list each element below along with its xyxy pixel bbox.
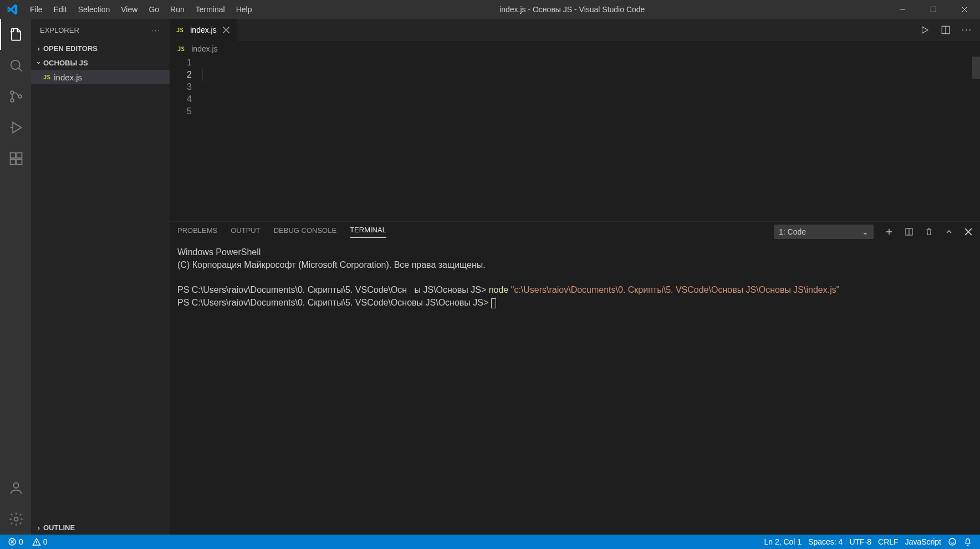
status-indent[interactable]: Spaces: 4 [805, 535, 846, 549]
editor-tabs: JS index.js ··· [170, 19, 980, 41]
menu-selection[interactable]: Selection [73, 0, 116, 19]
maximize-panel-icon[interactable] [945, 227, 953, 236]
bottom-panel: PROBLEMS OUTPUT DEBUG CONSOLE TERMINAL 1… [170, 221, 980, 535]
split-terminal-icon[interactable] [905, 227, 913, 236]
terminal-output[interactable]: Windows PowerShell (C) Корпорация Майкро… [170, 242, 980, 535]
file-tree-item[interactable]: JS index.js [31, 70, 170, 84]
svg-rect-7 [17, 153, 22, 158]
titlebar: File Edit Selection View Go Run Terminal… [0, 0, 980, 19]
svg-point-2 [11, 60, 20, 69]
editor-tab[interactable]: JS index.js [170, 19, 237, 41]
menu-help[interactable]: Help [231, 0, 258, 19]
status-feedback-icon[interactable] [945, 535, 960, 549]
status-bell-icon[interactable] [960, 535, 976, 549]
scrollbar-thumb[interactable] [972, 57, 980, 79]
terminal-cursor [491, 298, 496, 308]
activity-search[interactable] [0, 50, 31, 81]
menubar: File Edit Selection View Go Run Terminal… [24, 0, 257, 19]
svg-rect-1 [931, 7, 936, 12]
vscode-logo-icon [0, 4, 24, 15]
svg-rect-8 [11, 159, 16, 164]
menu-run[interactable]: Run [165, 0, 190, 19]
more-icon[interactable]: ··· [962, 25, 972, 35]
svg-rect-0 [900, 9, 905, 10]
js-file-icon: JS [176, 27, 183, 34]
close-panel-icon[interactable] [964, 228, 972, 236]
svg-rect-6 [11, 153, 16, 158]
status-warnings[interactable]: 0 [29, 535, 51, 549]
svg-point-10 [13, 483, 18, 488]
svg-point-3 [11, 91, 14, 94]
chevron-down-icon: › [35, 58, 43, 67]
svg-point-15 [949, 538, 956, 545]
activity-accounts[interactable] [0, 472, 31, 504]
maximize-button[interactable] [918, 0, 949, 19]
section-open-editors[interactable]: › OPEN EDITORS [31, 41, 170, 55]
code-body[interactable] [202, 57, 980, 221]
status-encoding[interactable]: UTF-8 [846, 535, 875, 549]
panel-tab-debug-console[interactable]: DEBUG CONSOLE [274, 226, 336, 238]
code-editor[interactable]: 1 2 3 4 5 [170, 57, 980, 221]
activity-explorer[interactable] [0, 19, 31, 50]
svg-point-11 [14, 517, 18, 521]
activity-settings[interactable] [0, 504, 31, 535]
menu-file[interactable]: File [24, 0, 48, 19]
js-file-icon: JS [177, 45, 185, 53]
new-terminal-icon[interactable] [885, 227, 894, 236]
chevron-right-icon: › [34, 523, 43, 532]
section-folder[interactable]: › ОСНОВЫ JS [31, 55, 170, 70]
status-errors[interactable]: 0 [4, 535, 27, 549]
panel-tab-problems[interactable]: PROBLEMS [177, 226, 217, 238]
tab-close-icon[interactable] [222, 26, 230, 34]
window-controls [887, 0, 980, 19]
menu-go[interactable]: Go [143, 0, 165, 19]
status-eol[interactable]: CRLF [875, 535, 902, 549]
close-button[interactable] [949, 0, 980, 19]
minimize-button[interactable] [887, 0, 918, 19]
menu-edit[interactable]: Edit [48, 0, 73, 19]
terminal-selector[interactable]: 1: Code ⌄ [774, 225, 874, 239]
activity-extensions[interactable] [0, 143, 31, 174]
status-line-col[interactable]: Ln 2, Col 1 [760, 535, 805, 549]
editor-area: JS index.js ··· JS index.js 1 2 3 4 [170, 19, 980, 535]
kill-terminal-icon[interactable] [925, 227, 933, 236]
status-language[interactable]: JavaScript [902, 535, 945, 549]
window-title: index.js - Основы JS - Visual Studio Cod… [257, 5, 887, 14]
menu-terminal[interactable]: Terminal [190, 0, 231, 19]
activitybar [0, 19, 31, 535]
text-cursor [202, 69, 202, 81]
svg-point-5 [18, 95, 22, 98]
sidebar-more-icon[interactable]: ··· [151, 26, 161, 34]
panel-tab-output[interactable]: OUTPUT [231, 226, 260, 238]
activity-debug[interactable] [0, 112, 31, 143]
split-editor-icon[interactable] [941, 25, 951, 35]
chevron-right-icon: › [34, 44, 43, 53]
menu-view[interactable]: View [115, 0, 143, 19]
run-file-icon[interactable] [920, 25, 930, 35]
panel-tabs: PROBLEMS OUTPUT DEBUG CONSOLE TERMINAL 1… [170, 222, 980, 242]
activity-source-control[interactable] [0, 81, 31, 112]
sidebar-explorer: EXPLORER ··· › OPEN EDITORS › ОСНОВЫ JS … [31, 19, 170, 535]
js-file-icon: JS [43, 74, 50, 81]
svg-rect-9 [17, 159, 22, 164]
line-gutter: 1 2 3 4 5 [170, 57, 202, 221]
panel-tab-terminal[interactable]: TERMINAL [350, 226, 386, 238]
breadcrumb[interactable]: JS index.js [170, 41, 980, 57]
section-outline[interactable]: › OUTLINE [31, 520, 170, 535]
svg-point-4 [11, 99, 14, 102]
statusbar: 0 0 Ln 2, Col 1 Spaces: 4 UTF-8 CRLF Jav… [0, 535, 980, 549]
chevron-down-icon: ⌄ [862, 227, 869, 236]
sidebar-title: EXPLORER ··· [31, 19, 170, 41]
